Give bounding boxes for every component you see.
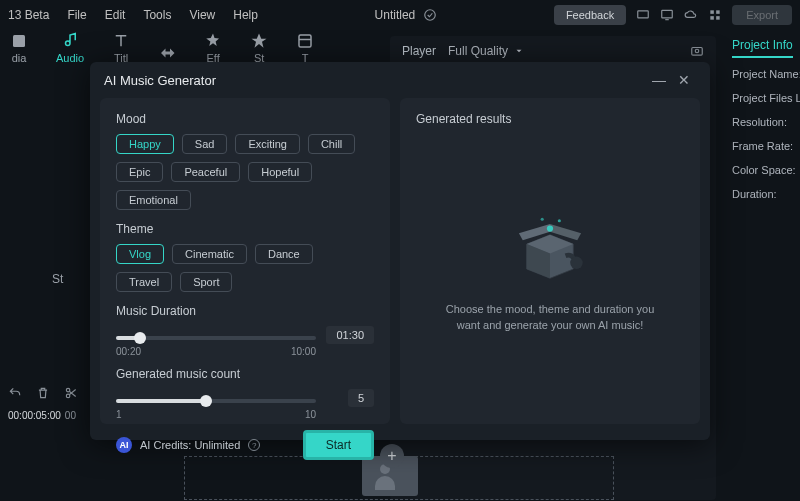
mood-chip-epic[interactable]: Epic: [116, 162, 163, 182]
modal-title: AI Music Generator: [104, 73, 216, 88]
menu-tools[interactable]: Tools: [143, 8, 171, 22]
start-button[interactable]: Start: [303, 430, 374, 460]
mood-chip-chill[interactable]: Chill: [308, 134, 355, 154]
mood-chip-emotional[interactable]: Emotional: [116, 190, 191, 210]
mood-chip-sad[interactable]: Sad: [182, 134, 228, 154]
svg-rect-4: [711, 10, 715, 14]
theme-chip-cinematic[interactable]: Cinematic: [172, 244, 247, 264]
prop-project-files: Project Files Loc: [732, 92, 796, 104]
mood-chip-exciting[interactable]: Exciting: [235, 134, 300, 154]
tab-titles[interactable]: Titl: [112, 32, 130, 64]
snapshot-icon[interactable]: [690, 44, 704, 58]
scissors-icon[interactable]: [64, 386, 78, 400]
ai-music-generator-modal: AI Music Generator — ✕ Mood Happy Sad Ex…: [90, 62, 710, 440]
add-media-button[interactable]: +: [380, 444, 404, 468]
menu-file[interactable]: File: [67, 8, 86, 22]
svg-rect-8: [13, 35, 25, 47]
svg-rect-5: [716, 10, 720, 14]
player-label: Player: [402, 44, 436, 58]
mood-chips: Happy Sad Exciting Chill Epic Peaceful H…: [116, 134, 374, 210]
duration-value: 01:30: [326, 326, 374, 344]
count-slider[interactable]: 5: [116, 399, 316, 403]
undo-icon[interactable]: [8, 386, 22, 400]
theme-chips: Vlog Cinematic Dance Travel Sport: [116, 244, 374, 292]
export-button[interactable]: Export: [732, 5, 792, 25]
project-title[interactable]: Untitled: [375, 8, 416, 22]
svg-rect-2: [662, 10, 673, 18]
timeline-tick: 00: [65, 410, 76, 421]
tab-media[interactable]: dia: [10, 32, 28, 64]
display-icon[interactable]: [660, 8, 674, 22]
info-icon[interactable]: ?: [248, 439, 260, 451]
mood-chip-happy[interactable]: Happy: [116, 134, 174, 154]
menu-help[interactable]: Help: [233, 8, 258, 22]
svg-rect-1: [638, 11, 649, 18]
monitor-icon[interactable]: [636, 8, 650, 22]
timeline-timecode: 00:00:05:00: [8, 410, 61, 421]
duration-max: 10:00: [291, 346, 316, 357]
svg-rect-11: [692, 48, 703, 56]
svg-point-12: [695, 49, 699, 53]
feedback-button[interactable]: Feedback: [554, 5, 626, 25]
chevron-down-icon: [514, 46, 524, 56]
grid-icon[interactable]: [708, 8, 722, 22]
tab-audio-label: Audio: [56, 52, 84, 64]
svg-point-23: [570, 256, 582, 268]
count-min: 1: [116, 409, 122, 420]
sync-icon[interactable]: [423, 8, 437, 22]
project-info-tab[interactable]: Project Info: [732, 38, 793, 58]
cloud-icon[interactable]: [684, 8, 698, 22]
generated-results-title: Generated results: [416, 112, 684, 126]
trash-icon[interactable]: [36, 386, 50, 400]
tab-stickers[interactable]: St: [250, 32, 268, 64]
tab-media-label: dia: [12, 52, 27, 64]
generated-results-hint: Choose the mood, theme and duration you …: [435, 301, 665, 334]
prop-color-space: Color Space:: [732, 164, 796, 176]
theme-chip-vlog[interactable]: Vlog: [116, 244, 164, 264]
mood-label: Mood: [116, 112, 374, 126]
prop-frame-rate: Frame Rate:: [732, 140, 796, 152]
tab-effects[interactable]: Eff: [204, 32, 222, 64]
menu-view[interactable]: View: [189, 8, 215, 22]
svg-rect-7: [716, 16, 720, 20]
prop-duration: Duration:: [732, 188, 796, 200]
timeline-area: 00:00:05:00 00: [0, 380, 90, 500]
count-max: 10: [305, 409, 316, 420]
ai-badge-icon: AI: [116, 437, 132, 453]
mood-chip-hopeful[interactable]: Hopeful: [248, 162, 312, 182]
svg-point-0: [425, 10, 436, 21]
close-button[interactable]: ✕: [672, 72, 696, 88]
theme-label: Theme: [116, 222, 374, 236]
minimize-button[interactable]: —: [646, 72, 672, 88]
svg-rect-9: [299, 35, 311, 47]
quality-value: Full Quality: [448, 44, 508, 58]
svg-rect-6: [711, 16, 715, 20]
app-version: 13 Beta: [8, 8, 49, 22]
generated-results-panel: Generated results Choose the mood, theme…: [400, 98, 700, 424]
prop-project-name: Project Name:: [732, 68, 796, 80]
sidebar-item-label: St: [52, 272, 63, 286]
menu-bar: 13 Beta File Edit Tools View Help Untitl…: [0, 0, 800, 30]
svg-point-20: [547, 225, 553, 231]
theme-chip-dance[interactable]: Dance: [255, 244, 313, 264]
duration-slider[interactable]: 01:30: [116, 336, 316, 340]
open-box-icon: [510, 213, 590, 283]
quality-selector[interactable]: Full Quality: [448, 44, 524, 58]
tab-templates[interactable]: T: [296, 32, 314, 64]
prop-resolution: Resolution:: [732, 116, 796, 128]
menu-edit[interactable]: Edit: [105, 8, 126, 22]
duration-min: 00:20: [116, 346, 141, 357]
tab-transitions[interactable]: [158, 44, 176, 64]
ai-credits-label: AI Credits: Unlimited: [140, 439, 240, 451]
theme-chip-sport[interactable]: Sport: [180, 272, 232, 292]
project-info-panel: Project Info Project Name: Project Files…: [722, 30, 800, 500]
svg-point-22: [541, 217, 544, 220]
mood-chip-peaceful[interactable]: Peaceful: [171, 162, 240, 182]
tab-audio[interactable]: Audio: [56, 32, 84, 64]
generator-settings-panel: Mood Happy Sad Exciting Chill Epic Peace…: [100, 98, 390, 424]
duration-label: Music Duration: [116, 304, 374, 318]
count-value: 5: [348, 389, 374, 407]
svg-point-21: [558, 219, 561, 222]
theme-chip-travel[interactable]: Travel: [116, 272, 172, 292]
count-label: Generated music count: [116, 367, 374, 381]
